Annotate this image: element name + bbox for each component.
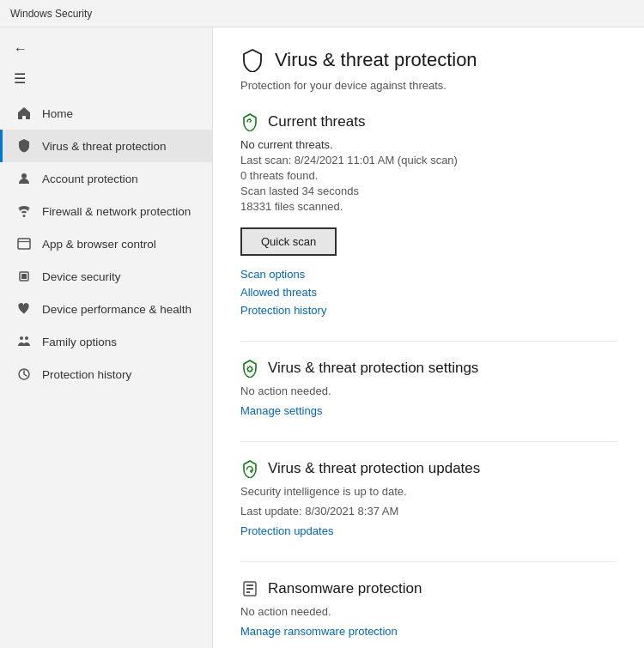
protection-updates-title: Virus & threat protection updates bbox=[268, 460, 480, 477]
ransomware-title: Ransomware protection bbox=[268, 580, 422, 597]
ransomware-body: No action needed. Manage ransomware prot… bbox=[240, 605, 617, 638]
no-threats-text: No current threats. bbox=[240, 138, 617, 151]
clock-icon bbox=[16, 366, 32, 382]
sidebar-item-appbrowser[interactable]: App & browser control bbox=[0, 227, 212, 260]
page-shield-icon bbox=[240, 48, 264, 72]
heart-icon bbox=[16, 301, 32, 317]
sidebar-item-family-label: Family options bbox=[42, 336, 117, 348]
sidebar-item-family[interactable]: Family options bbox=[0, 325, 212, 358]
protection-updates-status: Security intelligence is up to date. bbox=[240, 485, 617, 498]
divider-3 bbox=[240, 561, 617, 562]
last-scan-text: Last scan: 8/24/2021 11:01 AM (quick sca… bbox=[240, 154, 617, 167]
chip-icon bbox=[16, 269, 32, 284]
divider-1 bbox=[240, 341, 617, 342]
sidebar-item-home[interactable]: Home bbox=[0, 97, 212, 130]
sidebar-item-devicehealth[interactable]: Device performance & health bbox=[0, 293, 212, 325]
settings-shield-icon bbox=[240, 359, 259, 378]
protection-settings-body: No action needed. Manage settings bbox=[240, 385, 617, 417]
svg-rect-10 bbox=[246, 584, 253, 586]
family-icon bbox=[16, 334, 32, 349]
main-content: Virus & threat protection Protection for… bbox=[213, 27, 644, 648]
scan-duration-text: Scan lasted 34 seconds bbox=[240, 185, 617, 197]
back-button[interactable]: ← bbox=[0, 34, 212, 64]
manage-settings-link[interactable]: Manage settings bbox=[240, 404, 617, 417]
protection-settings-title: Virus & threat protection settings bbox=[268, 360, 478, 377]
sidebar-item-devicesecurity[interactable]: Device security bbox=[0, 260, 212, 293]
divider-2 bbox=[240, 441, 617, 442]
sidebar-item-firewall-label: Firewall & network protection bbox=[42, 205, 191, 218]
protection-updates-link[interactable]: Protection updates bbox=[240, 524, 617, 537]
page-subtitle: Protection for your device against threa… bbox=[240, 79, 617, 92]
quick-scan-button[interactable]: Quick scan bbox=[240, 227, 337, 256]
current-threats-header: Current threats bbox=[240, 112, 617, 131]
page-title: Virus & threat protection bbox=[275, 49, 477, 71]
current-threats-body: No current threats. Last scan: 8/24/2021… bbox=[240, 138, 617, 317]
current-threats-title: Current threats bbox=[268, 113, 365, 130]
page-header: Virus & threat protection bbox=[240, 48, 617, 72]
protection-updates-header: Virus & threat protection updates bbox=[240, 459, 617, 478]
hamburger-button[interactable]: ☰ bbox=[0, 64, 212, 94]
sidebar-item-account-label: Account protection bbox=[42, 173, 138, 185]
svg-point-6 bbox=[25, 336, 28, 340]
files-scanned-text: 18331 files scanned. bbox=[240, 200, 617, 213]
sidebar-item-account[interactable]: Account protection bbox=[0, 162, 212, 195]
hamburger-icon: ☰ bbox=[14, 70, 26, 87]
allowed-threats-link[interactable]: Allowed threats bbox=[240, 286, 617, 299]
sidebar-item-home-label: Home bbox=[42, 107, 73, 120]
person-icon bbox=[16, 171, 32, 186]
svg-rect-4 bbox=[21, 274, 27, 279]
ransomware-icon bbox=[240, 579, 259, 598]
refresh-shield-icon bbox=[240, 112, 259, 131]
ransomware-header: Ransomware protection bbox=[240, 579, 617, 598]
app-container: ← ☰ Home Virus & threat protection bbox=[0, 27, 644, 648]
ransomware-status: No action needed. bbox=[240, 605, 617, 618]
manage-ransomware-link[interactable]: Manage ransomware protection bbox=[240, 625, 617, 638]
protection-settings-section: Virus & threat protection settings No ac… bbox=[240, 359, 617, 417]
svg-point-0 bbox=[21, 173, 27, 179]
ransomware-section: Ransomware protection No action needed. … bbox=[240, 579, 617, 638]
protection-settings-header: Virus & threat protection settings bbox=[240, 359, 617, 378]
svg-rect-12 bbox=[246, 591, 250, 593]
titlebar: Windows Security bbox=[0, 0, 644, 27]
home-icon bbox=[16, 106, 32, 121]
sidebar-item-virus[interactable]: Virus & threat protection bbox=[0, 130, 212, 162]
update-shield-icon bbox=[240, 459, 259, 478]
svg-rect-1 bbox=[18, 239, 30, 249]
protection-updates-section: Virus & threat protection updates Securi… bbox=[240, 459, 617, 537]
current-threats-section: Current threats No current threats. Last… bbox=[240, 112, 617, 317]
sidebar: ← ☰ Home Virus & threat protection bbox=[0, 27, 213, 648]
sidebar-item-history[interactable]: Protection history bbox=[0, 358, 212, 391]
threats-found-text: 0 threats found. bbox=[240, 169, 617, 182]
protection-updates-body: Security intelligence is up to date. Las… bbox=[240, 485, 617, 537]
svg-point-5 bbox=[20, 336, 23, 340]
sidebar-item-devicesecurity-label: Device security bbox=[42, 270, 121, 283]
shield-icon bbox=[16, 138, 32, 154]
protection-settings-status: No action needed. bbox=[240, 385, 617, 397]
sidebar-item-history-label: Protection history bbox=[42, 368, 131, 381]
wifi-icon bbox=[16, 203, 32, 219]
sidebar-item-devicehealth-label: Device performance & health bbox=[42, 303, 191, 316]
sidebar-item-virus-label: Virus & threat protection bbox=[42, 140, 167, 153]
scan-options-link[interactable]: Scan options bbox=[240, 268, 617, 281]
sidebar-item-appbrowser-label: App & browser control bbox=[42, 238, 156, 251]
protection-history-link[interactable]: Protection history bbox=[240, 304, 617, 317]
back-icon: ← bbox=[14, 41, 27, 57]
svg-rect-11 bbox=[246, 588, 253, 590]
sidebar-item-firewall[interactable]: Firewall & network protection bbox=[0, 195, 212, 227]
app-title: Windows Security bbox=[10, 8, 92, 20]
last-update-text: Last update: 8/30/2021 8:37 AM bbox=[240, 505, 617, 518]
window-icon bbox=[16, 236, 32, 251]
